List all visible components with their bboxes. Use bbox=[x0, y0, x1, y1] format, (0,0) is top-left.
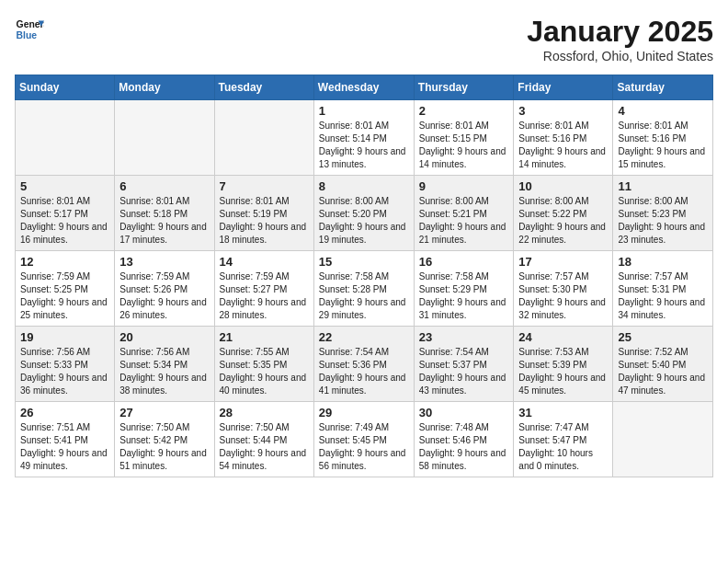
day-detail: Sunrise: 7:55 AM Sunset: 5:35 PM Dayligh… bbox=[220, 346, 309, 397]
day-number: 1 bbox=[319, 104, 409, 118]
day-detail: Sunrise: 8:01 AM Sunset: 5:17 PM Dayligh… bbox=[20, 195, 109, 247]
day-number: 29 bbox=[319, 406, 409, 419]
calendar-day-cell: 21Sunrise: 7:55 AM Sunset: 5:35 PM Dayli… bbox=[214, 327, 313, 402]
day-detail: Sunrise: 8:01 AM Sunset: 5:18 PM Dayligh… bbox=[119, 195, 209, 247]
day-number: 27 bbox=[119, 406, 209, 419]
day-number: 17 bbox=[518, 255, 608, 269]
day-detail: Sunrise: 7:57 AM Sunset: 5:30 PM Dayligh… bbox=[518, 270, 608, 322]
logo: General Blue bbox=[15, 15, 44, 44]
calendar-day-cell: 1Sunrise: 8:01 AM Sunset: 5:14 PM Daylig… bbox=[313, 100, 414, 176]
day-detail: Sunrise: 7:53 AM Sunset: 5:39 PM Dayligh… bbox=[518, 346, 608, 397]
calendar-day-cell: 26Sunrise: 7:51 AM Sunset: 5:41 PM Dayli… bbox=[16, 402, 115, 477]
day-number: 19 bbox=[20, 330, 109, 344]
day-number: 21 bbox=[220, 330, 309, 344]
day-detail: Sunrise: 8:01 AM Sunset: 5:14 PM Dayligh… bbox=[319, 120, 409, 171]
day-detail: Sunrise: 7:52 AM Sunset: 5:40 PM Dayligh… bbox=[618, 346, 708, 397]
weekday-header-tuesday: Tuesday bbox=[214, 75, 313, 100]
day-detail: Sunrise: 7:56 AM Sunset: 5:33 PM Dayligh… bbox=[20, 346, 109, 397]
calendar-day-cell bbox=[613, 402, 713, 477]
day-detail: Sunrise: 8:00 AM Sunset: 5:23 PM Dayligh… bbox=[618, 195, 708, 247]
day-detail: Sunrise: 8:00 AM Sunset: 5:20 PM Dayligh… bbox=[319, 195, 409, 247]
day-detail: Sunrise: 8:01 AM Sunset: 5:19 PM Dayligh… bbox=[220, 195, 309, 247]
day-detail: Sunrise: 7:59 AM Sunset: 5:25 PM Dayligh… bbox=[20, 270, 109, 322]
calendar-week-row: 12Sunrise: 7:59 AM Sunset: 5:25 PM Dayli… bbox=[16, 251, 713, 327]
day-number: 23 bbox=[419, 330, 509, 344]
calendar-day-cell bbox=[214, 100, 313, 176]
day-detail: Sunrise: 7:49 AM Sunset: 5:45 PM Dayligh… bbox=[319, 421, 409, 473]
calendar-day-cell: 18Sunrise: 7:57 AM Sunset: 5:31 PM Dayli… bbox=[613, 251, 713, 327]
calendar-day-cell: 31Sunrise: 7:47 AM Sunset: 5:47 PM Dayli… bbox=[514, 402, 613, 477]
day-detail: Sunrise: 7:59 AM Sunset: 5:26 PM Dayligh… bbox=[119, 270, 209, 322]
svg-text:Blue: Blue bbox=[17, 30, 38, 40]
day-detail: Sunrise: 7:57 AM Sunset: 5:31 PM Dayligh… bbox=[618, 270, 708, 322]
calendar-day-cell: 13Sunrise: 7:59 AM Sunset: 5:26 PM Dayli… bbox=[115, 251, 214, 327]
day-number: 24 bbox=[518, 330, 608, 344]
day-number: 20 bbox=[119, 330, 209, 344]
calendar-day-cell bbox=[115, 100, 214, 176]
calendar-day-cell: 22Sunrise: 7:54 AM Sunset: 5:36 PM Dayli… bbox=[313, 327, 414, 402]
title-block: January 2025 Rossford, Ohio, United Stat… bbox=[527, 15, 713, 63]
day-detail: Sunrise: 7:47 AM Sunset: 5:47 PM Dayligh… bbox=[518, 421, 608, 473]
calendar-day-cell: 14Sunrise: 7:59 AM Sunset: 5:27 PM Dayli… bbox=[214, 251, 313, 327]
day-number: 8 bbox=[319, 179, 409, 193]
day-detail: Sunrise: 7:58 AM Sunset: 5:28 PM Dayligh… bbox=[319, 270, 409, 322]
day-number: 25 bbox=[618, 330, 708, 344]
day-number: 6 bbox=[119, 179, 209, 193]
day-detail: Sunrise: 7:51 AM Sunset: 5:41 PM Dayligh… bbox=[20, 421, 109, 473]
day-detail: Sunrise: 8:01 AM Sunset: 5:16 PM Dayligh… bbox=[618, 120, 708, 171]
day-detail: Sunrise: 7:54 AM Sunset: 5:37 PM Dayligh… bbox=[419, 346, 509, 397]
day-detail: Sunrise: 7:59 AM Sunset: 5:27 PM Dayligh… bbox=[220, 270, 309, 322]
weekday-header-saturday: Saturday bbox=[613, 75, 713, 100]
day-number: 4 bbox=[618, 104, 708, 118]
calendar-day-cell: 4Sunrise: 8:01 AM Sunset: 5:16 PM Daylig… bbox=[613, 100, 713, 176]
calendar-title: January 2025 bbox=[527, 15, 713, 49]
day-number: 2 bbox=[419, 104, 509, 118]
calendar-day-cell: 7Sunrise: 8:01 AM Sunset: 5:19 PM Daylig… bbox=[214, 176, 313, 251]
calendar-week-row: 26Sunrise: 7:51 AM Sunset: 5:41 PM Dayli… bbox=[16, 402, 713, 477]
day-number: 18 bbox=[618, 255, 708, 269]
day-number: 5 bbox=[20, 179, 109, 193]
calendar-day-cell: 25Sunrise: 7:52 AM Sunset: 5:40 PM Dayli… bbox=[613, 327, 713, 402]
day-detail: Sunrise: 8:00 AM Sunset: 5:22 PM Dayligh… bbox=[518, 195, 608, 247]
calendar-day-cell: 11Sunrise: 8:00 AM Sunset: 5:23 PM Dayli… bbox=[613, 176, 713, 251]
calendar-week-row: 1Sunrise: 8:01 AM Sunset: 5:14 PM Daylig… bbox=[16, 100, 713, 176]
calendar-day-cell: 9Sunrise: 8:00 AM Sunset: 5:21 PM Daylig… bbox=[414, 176, 514, 251]
calendar-day-cell: 6Sunrise: 8:01 AM Sunset: 5:18 PM Daylig… bbox=[115, 176, 214, 251]
day-number: 13 bbox=[119, 255, 209, 269]
calendar-day-cell: 28Sunrise: 7:50 AM Sunset: 5:44 PM Dayli… bbox=[214, 402, 313, 477]
calendar-day-cell: 27Sunrise: 7:50 AM Sunset: 5:42 PM Dayli… bbox=[115, 402, 214, 477]
day-number: 9 bbox=[419, 179, 509, 193]
calendar-day-cell: 2Sunrise: 8:01 AM Sunset: 5:15 PM Daylig… bbox=[414, 100, 514, 176]
calendar-week-row: 5Sunrise: 8:01 AM Sunset: 5:17 PM Daylig… bbox=[16, 176, 713, 251]
calendar-day-cell: 5Sunrise: 8:01 AM Sunset: 5:17 PM Daylig… bbox=[16, 176, 115, 251]
day-number: 7 bbox=[220, 179, 309, 193]
calendar-day-cell: 24Sunrise: 7:53 AM Sunset: 5:39 PM Dayli… bbox=[514, 327, 613, 402]
weekday-header-sunday: Sunday bbox=[16, 75, 115, 100]
day-number: 15 bbox=[319, 255, 409, 269]
day-detail: Sunrise: 8:01 AM Sunset: 5:15 PM Dayligh… bbox=[419, 120, 509, 171]
calendar-day-cell bbox=[16, 100, 115, 176]
day-detail: Sunrise: 7:54 AM Sunset: 5:36 PM Dayligh… bbox=[319, 346, 409, 397]
page-header: General Blue January 2025 Rossford, Ohio… bbox=[15, 15, 713, 63]
calendar-day-cell: 16Sunrise: 7:58 AM Sunset: 5:29 PM Dayli… bbox=[414, 251, 514, 327]
calendar-day-cell: 29Sunrise: 7:49 AM Sunset: 5:45 PM Dayli… bbox=[313, 402, 414, 477]
day-detail: Sunrise: 7:58 AM Sunset: 5:29 PM Dayligh… bbox=[419, 270, 509, 322]
calendar-day-cell: 10Sunrise: 8:00 AM Sunset: 5:22 PM Dayli… bbox=[514, 176, 613, 251]
day-number: 28 bbox=[220, 406, 309, 419]
weekday-header-friday: Friday bbox=[514, 75, 613, 100]
calendar-day-cell: 8Sunrise: 8:00 AM Sunset: 5:20 PM Daylig… bbox=[313, 176, 414, 251]
day-number: 16 bbox=[419, 255, 509, 269]
calendar-day-cell: 23Sunrise: 7:54 AM Sunset: 5:37 PM Dayli… bbox=[414, 327, 514, 402]
day-detail: Sunrise: 7:50 AM Sunset: 5:44 PM Dayligh… bbox=[220, 421, 309, 473]
day-number: 12 bbox=[20, 255, 109, 269]
day-number: 3 bbox=[518, 104, 608, 118]
day-detail: Sunrise: 7:56 AM Sunset: 5:34 PM Dayligh… bbox=[119, 346, 209, 397]
calendar-day-cell: 12Sunrise: 7:59 AM Sunset: 5:25 PM Dayli… bbox=[16, 251, 115, 327]
calendar-day-cell: 30Sunrise: 7:48 AM Sunset: 5:46 PM Dayli… bbox=[414, 402, 514, 477]
weekday-header-wednesday: Wednesday bbox=[313, 75, 414, 100]
calendar-day-cell: 19Sunrise: 7:56 AM Sunset: 5:33 PM Dayli… bbox=[16, 327, 115, 402]
calendar-day-cell: 20Sunrise: 7:56 AM Sunset: 5:34 PM Dayli… bbox=[115, 327, 214, 402]
day-detail: Sunrise: 7:50 AM Sunset: 5:42 PM Dayligh… bbox=[119, 421, 209, 473]
day-detail: Sunrise: 8:01 AM Sunset: 5:16 PM Dayligh… bbox=[518, 120, 608, 171]
calendar-subtitle: Rossford, Ohio, United States bbox=[527, 49, 713, 63]
